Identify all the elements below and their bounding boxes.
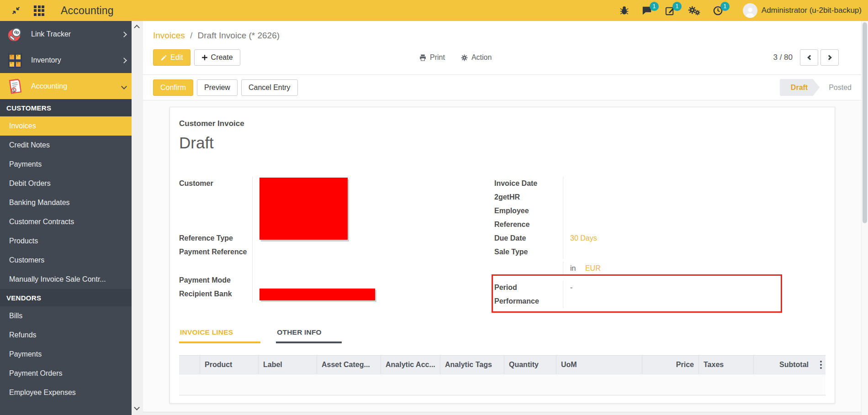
field-value-currency: in EUR xyxy=(563,262,826,275)
sidebar-item-products[interactable]: Products xyxy=(0,231,132,251)
tab-invoice-lines[interactable]: INVOICE LINES xyxy=(179,328,260,343)
field-value-period[interactable]: - xyxy=(563,281,826,294)
sidebar-item-customer-contracts[interactable]: Customer Contracts xyxy=(0,212,132,231)
scrollbar-thumb[interactable] xyxy=(863,22,867,223)
optional-columns-menu[interactable] xyxy=(813,356,826,374)
table-header-row: Product Label Asset Categ... Analytic Ac… xyxy=(179,356,826,374)
messages-badge: 1 xyxy=(650,2,659,11)
sidebar-app-accounting[interactable]: $ Accounting xyxy=(0,73,132,99)
sidebar-app-link-tracker[interactable]: Link Tracker xyxy=(0,21,132,47)
sidebar-item-vendor-payments[interactable]: Payments xyxy=(0,345,132,364)
statusbar: Confirm Preview Cancel Entry Draft Poste… xyxy=(143,75,868,100)
field-group-right: Invoice Date 2getHR Employee xyxy=(494,177,826,308)
kebab-menu-icon xyxy=(820,361,822,369)
field-label-customer: Customer xyxy=(179,177,252,189)
sidebar: Link Tracker Inventory xyxy=(0,21,132,415)
chevron-right-icon xyxy=(122,56,126,64)
sidebar-item-customers[interactable]: Customers xyxy=(0,251,132,270)
inventory-icon xyxy=(7,52,23,68)
column-price: Price xyxy=(642,356,699,374)
state-draft[interactable]: Draft xyxy=(780,79,820,96)
confirm-button[interactable]: Confirm xyxy=(153,79,193,96)
topbar: Accounting 1 1 xyxy=(0,0,868,21)
create-button[interactable]: Create xyxy=(194,49,240,66)
sidebar-item-payment-orders[interactable]: Payment Orders xyxy=(0,364,132,383)
pager-previous-button[interactable] xyxy=(800,49,818,66)
field-label-invoice-date: Invoice Date xyxy=(494,177,563,189)
field-label-employee: Employee xyxy=(494,204,563,217)
sidebar-item-banking-mandates[interactable]: Banking Mandates xyxy=(0,193,132,212)
print-menu[interactable]: Print xyxy=(419,53,445,62)
sidebar-item-refunds[interactable]: Refunds xyxy=(0,326,132,345)
gear-icon xyxy=(460,54,468,62)
currency-link[interactable]: EUR xyxy=(585,264,601,272)
empty-table-row[interactable] xyxy=(179,374,826,395)
content-scrollbar[interactable] xyxy=(861,21,868,415)
settings-gears-icon[interactable] xyxy=(688,5,700,16)
debug-bug-icon[interactable] xyxy=(619,5,629,16)
field-label-sale-type: Sale Type xyxy=(494,245,563,258)
sidebar-item-invoices[interactable]: Invoices xyxy=(0,116,132,136)
field-value-employee[interactable] xyxy=(563,204,826,218)
preview-button[interactable]: Preview xyxy=(197,79,238,96)
state-posted[interactable]: Posted xyxy=(820,79,861,96)
currency-prefix: in xyxy=(570,264,576,272)
scroll-down-icon[interactable] xyxy=(134,404,140,410)
cancel-entry-button[interactable]: Cancel Entry xyxy=(241,79,298,96)
due-date-terms-link[interactable]: 30 Days xyxy=(570,234,597,242)
sidebar-item-employee-expenses[interactable]: Employee Expenses xyxy=(0,383,132,402)
accounting-icon: $ xyxy=(7,78,23,95)
compose-badge: 1 xyxy=(672,2,682,11)
invoice-lines-table: Product Label Asset Categ... Analytic Ac… xyxy=(179,355,826,395)
sidebar-scrollbar[interactable] xyxy=(132,21,143,415)
compose-note-icon[interactable]: 1 xyxy=(665,5,675,16)
breadcrumb-invoices-link[interactable]: Invoices xyxy=(153,31,185,40)
sidebar-item-bills[interactable]: Bills xyxy=(0,306,132,326)
field-value-payment-mode[interactable] xyxy=(252,273,494,287)
tab-other-info[interactable]: OTHER INFO xyxy=(276,328,342,343)
field-value-performance[interactable] xyxy=(563,294,826,308)
messages-icon[interactable]: 1 xyxy=(641,5,652,16)
sidebar-item-payments[interactable]: Payments xyxy=(0,155,132,174)
edit-button[interactable]: Edit xyxy=(153,49,191,66)
field-value-recipient-bank[interactable] xyxy=(252,287,494,303)
column-quantity: Quantity xyxy=(504,356,556,374)
breadcrumb-separator: / xyxy=(190,31,192,40)
collapse-sidebar-icon[interactable] xyxy=(8,3,24,18)
sidebar-item-credit-notes[interactable]: Credit Notes xyxy=(0,136,132,155)
apps-menu-icon[interactable] xyxy=(34,5,44,16)
field-value-customer[interactable] xyxy=(252,177,494,240)
activities-badge: 1 xyxy=(720,2,730,11)
pager-next-button[interactable] xyxy=(820,49,839,66)
field-label-period: Period xyxy=(494,281,563,294)
sidebar-section-customers: CUSTOMERS xyxy=(0,99,132,116)
field-label-reference: Reference xyxy=(494,218,563,231)
sidebar-item-manually-invoice[interactable]: Manually Invoice Sale Contr... xyxy=(0,270,132,289)
chevron-right-icon xyxy=(122,30,126,38)
activities-clock-icon[interactable]: 1 xyxy=(713,5,723,16)
field-value-payment-reference[interactable] xyxy=(252,245,494,273)
column-taxes: Taxes xyxy=(699,356,754,374)
field-value-due-date[interactable]: 30 Days xyxy=(563,231,826,245)
column-uom: UoM xyxy=(556,356,642,374)
field-value-2gethr[interactable] xyxy=(563,190,826,204)
sidebar-item-debit-orders[interactable]: Debit Orders xyxy=(0,174,132,193)
printer-icon xyxy=(419,54,427,62)
action-menu[interactable]: Action xyxy=(460,53,492,62)
pager-value[interactable]: 3 / 80 xyxy=(773,53,793,62)
pencil-icon xyxy=(160,54,167,61)
plus-icon xyxy=(201,54,208,61)
bottom-strip xyxy=(143,412,861,415)
sidebar-app-inventory[interactable]: Inventory xyxy=(0,47,132,73)
scroll-up-icon[interactable] xyxy=(134,25,140,31)
field-label-recipient-bank: Recipient Bank xyxy=(179,287,252,300)
record-state-title: Draft xyxy=(179,134,826,152)
redaction-customer xyxy=(259,178,348,240)
chevron-down-icon xyxy=(122,82,126,90)
field-value-reference[interactable] xyxy=(563,218,826,231)
field-value-invoice-date[interactable] xyxy=(563,177,826,190)
field-group-left: Customer Reference Type Payment Refere xyxy=(179,177,494,308)
field-value-sale-type[interactable] xyxy=(563,245,826,259)
column-handle xyxy=(179,356,200,374)
user-menu[interactable]: Administrator (u-2bit-backup) xyxy=(743,3,862,18)
